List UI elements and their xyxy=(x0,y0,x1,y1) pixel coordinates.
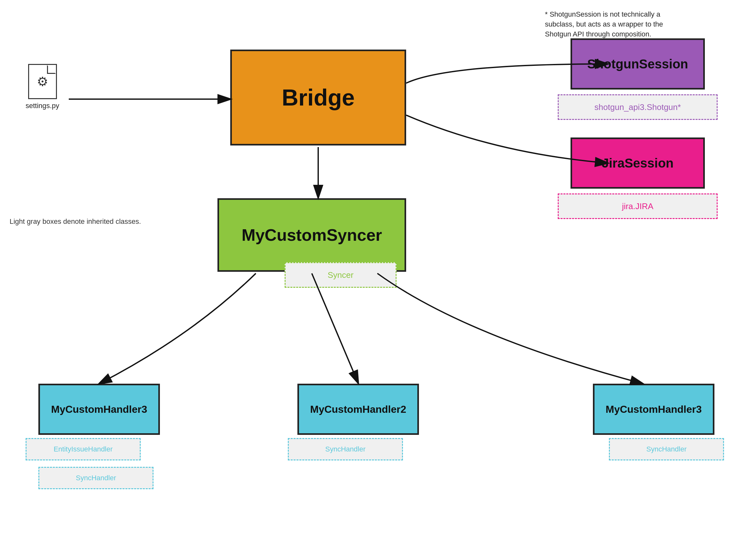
handler-left-box: MyCustomHandler3 xyxy=(38,384,160,435)
svg-line-3 xyxy=(312,273,358,383)
handler-left-inherited-1: EntityIssueHandler xyxy=(26,438,141,460)
jira-session-inherited: jira.JIRA xyxy=(558,194,718,219)
handler-right-label: MyCustomHandler3 xyxy=(606,403,702,415)
handler-left-label: MyCustomHandler3 xyxy=(51,403,147,415)
syncer-inherited: Syncer xyxy=(285,262,396,288)
jira-session-inherited-label: jira.JIRA xyxy=(622,202,653,211)
handler-left-inherited-1-label: EntityIssueHandler xyxy=(54,445,113,453)
syncer-box: MyCustomSyncer xyxy=(218,198,406,272)
handler-center-box: MyCustomHandler2 xyxy=(298,384,419,435)
note-text: * ShotgunSession is not technically a su… xyxy=(545,10,666,39)
bridge-label: Bridge xyxy=(282,84,355,111)
handler-center-inherited-label: SyncHandler xyxy=(325,445,366,453)
syncer-inherited-label: Syncer xyxy=(328,270,354,280)
settings-file-label: settings.py xyxy=(26,102,59,110)
handler-left-inherited-2-label: SyncHandler xyxy=(76,474,116,482)
shotgun-session-inherited-label: shotgun_api3.Shotgun* xyxy=(594,102,681,112)
handler-center-inherited: SyncHandler xyxy=(288,438,403,460)
jira-session-box: JiraSession xyxy=(570,138,705,189)
handler-right-inherited-label: SyncHandler xyxy=(646,445,687,453)
shotgun-session-box: ShotgunSession xyxy=(570,38,705,90)
handler-left-inherited-2: SyncHandler xyxy=(38,467,154,489)
handler-right-box: MyCustomHandler3 xyxy=(593,384,714,435)
handler-right-inherited: SyncHandler xyxy=(609,438,724,460)
shotgun-session-inherited: shotgun_api3.Shotgun* xyxy=(558,94,718,120)
settings-file: settings.py xyxy=(26,64,59,110)
bridge-box: Bridge xyxy=(230,50,406,146)
syncer-label: MyCustomSyncer xyxy=(242,226,382,245)
shotgun-session-label: ShotgunSession xyxy=(587,57,688,71)
legend-text: Light gray boxes denote inherited classe… xyxy=(10,218,141,226)
jira-session-label: JiraSession xyxy=(602,156,674,171)
settings-file-icon xyxy=(28,64,57,99)
handler-center-label: MyCustomHandler2 xyxy=(310,403,406,415)
diagram-container: * ShotgunSession is not technically a su… xyxy=(0,0,756,541)
